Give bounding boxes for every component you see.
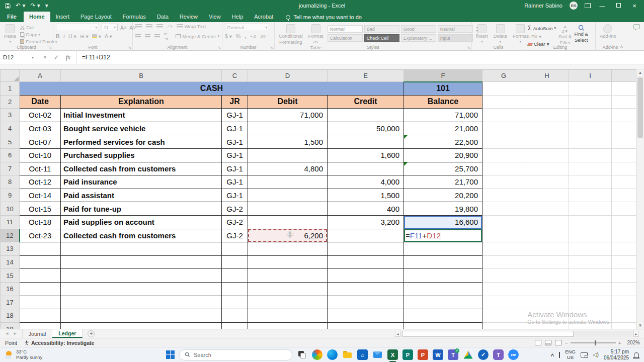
column-header-I[interactable]: I xyxy=(569,70,612,82)
row-header-12[interactable]: 12 xyxy=(1,229,20,242)
cell-G2[interactable] xyxy=(482,95,525,109)
zoom-in-icon[interactable]: + xyxy=(618,340,621,346)
row-header-13[interactable]: 13 xyxy=(1,242,20,256)
enter-formula-icon[interactable]: ✓ xyxy=(54,54,59,61)
autosum-button[interactable]: ΣAutoSum ▾ xyxy=(528,25,556,32)
cell-G18[interactable] xyxy=(482,309,525,323)
cell-D13[interactable] xyxy=(248,242,328,256)
hscroll-right-icon[interactable]: ► xyxy=(633,331,639,337)
cell-B10[interactable]: Paid for tune-up xyxy=(61,202,222,216)
row-header-15[interactable]: 15 xyxy=(1,269,20,283)
ribbon-tab-formulas[interactable]: Formulas xyxy=(117,12,151,22)
zoom-out-icon[interactable]: − xyxy=(565,340,568,346)
cell-H5[interactable] xyxy=(525,135,569,149)
increase-decimal-icon[interactable]: +.0 xyxy=(250,34,256,39)
mail-icon[interactable] xyxy=(372,349,383,360)
hscroll-left-icon[interactable]: ◄ xyxy=(395,331,400,337)
row-header-7[interactable]: 7 xyxy=(1,162,20,175)
cell-C14[interactable] xyxy=(222,255,248,269)
cell-J8[interactable] xyxy=(612,175,636,189)
horizontal-scrollbar[interactable]: ◄ ► xyxy=(395,330,639,337)
sheet-nav-right-icon[interactable]: ► xyxy=(13,331,17,336)
align-center-icon[interactable] xyxy=(145,34,150,39)
clock[interactable]: 5:17 pm06/04/2025 xyxy=(604,349,629,361)
cell-F12-formula[interactable]: =F11+D12 xyxy=(404,229,482,242)
cell-I13[interactable] xyxy=(569,242,612,256)
cell-B17[interactable] xyxy=(61,296,222,309)
cell-C19[interactable] xyxy=(222,322,248,329)
cell-J7[interactable] xyxy=(612,162,636,175)
language-indicator[interactable]: ENGUS xyxy=(565,349,576,360)
customize-qat-icon[interactable]: ▾ xyxy=(45,3,48,9)
cell-E12[interactable] xyxy=(328,229,404,242)
cell-E16[interactable] xyxy=(328,282,404,296)
cell-B16[interactable] xyxy=(61,282,222,296)
cell-A12[interactable]: Oct-23 xyxy=(20,229,61,242)
cell-F9[interactable]: 20,200 xyxy=(404,189,482,202)
cell-C3[interactable]: GJ-1 xyxy=(222,109,248,122)
column-header-C[interactable]: C xyxy=(222,70,248,82)
cell-E11[interactable]: 3,200 xyxy=(328,215,404,229)
edge-icon[interactable] xyxy=(327,349,338,360)
cell-B5[interactable]: Performed services for cash xyxy=(61,135,222,149)
cell-J14[interactable] xyxy=(612,255,636,269)
cell-A16[interactable] xyxy=(20,282,61,296)
underline-button[interactable]: U ▾ xyxy=(68,33,76,39)
cell-E5[interactable] xyxy=(328,135,404,149)
conditional-formatting-button[interactable]: Conditional Formatting xyxy=(277,24,304,46)
cell-D11[interactable] xyxy=(248,215,328,229)
cell-G11[interactable] xyxy=(482,215,525,229)
align-left-icon[interactable] xyxy=(135,34,141,39)
cell-F11[interactable]: 16,600 xyxy=(404,215,482,229)
cell-D7[interactable]: 4,800 xyxy=(248,162,328,175)
cell-F19[interactable] xyxy=(404,322,482,329)
paste-button[interactable]: Paste ▾ xyxy=(3,24,18,44)
format-painter-button[interactable]: Format Painter xyxy=(20,39,57,44)
cell-D18[interactable] xyxy=(248,309,328,323)
align-bottom-icon[interactable] xyxy=(156,24,163,29)
cell-F18[interactable] xyxy=(404,309,482,323)
cell-I14[interactable] xyxy=(569,255,612,269)
cell-I15[interactable] xyxy=(569,269,612,283)
cell-I6[interactable] xyxy=(569,148,612,162)
cell-style-neutral[interactable]: Neutral xyxy=(438,25,473,33)
cell-G3[interactable] xyxy=(482,109,525,122)
cell-title-cash[interactable]: CASH xyxy=(20,82,404,96)
sort-filter-button[interactable]: AZ▼Sort &Filter xyxy=(558,25,572,46)
cell-G7[interactable] xyxy=(482,162,525,175)
cell-style-check-cell[interactable]: Check Cell xyxy=(364,34,399,42)
column-header-H[interactable]: H xyxy=(525,70,569,82)
cell-D9[interactable] xyxy=(248,189,328,202)
number-dialog-launcher-icon[interactable]: ↘ xyxy=(270,45,273,50)
cell-H19[interactable] xyxy=(525,322,569,329)
notification-bell-icon[interactable] xyxy=(634,352,639,357)
font-name-combo[interactable]: ▾ xyxy=(56,24,99,31)
cell-H14[interactable] xyxy=(525,255,569,269)
cell-header-credit[interactable]: Credit xyxy=(328,95,404,109)
cell-I5[interactable] xyxy=(569,135,612,149)
comments-icon[interactable] xyxy=(633,24,640,29)
cell-style-explanatory-[interactable]: Explanatory ... xyxy=(401,34,436,42)
cell-C18[interactable] xyxy=(222,309,248,323)
cell-A18[interactable] xyxy=(20,309,61,323)
cell-C11[interactable]: GJ-2 xyxy=(222,215,248,229)
insert-cells-button[interactable]: Insert▾ xyxy=(474,24,490,44)
cell-F15[interactable] xyxy=(404,269,482,283)
cell-A11[interactable]: Oct-18 xyxy=(20,215,61,229)
cell-J1[interactable] xyxy=(612,82,636,96)
cell-I9[interactable] xyxy=(569,189,612,202)
increase-font-icon[interactable]: A˄ xyxy=(120,25,127,31)
cell-H3[interactable] xyxy=(525,109,569,122)
cell-A7[interactable]: Oct-11 xyxy=(20,162,61,175)
cell-G9[interactable] xyxy=(482,189,525,202)
undo-icon[interactable]: ↶ ▾ xyxy=(16,3,25,9)
cell-H12[interactable] xyxy=(525,229,569,242)
cell-E10[interactable]: 400 xyxy=(328,202,404,216)
cell-D8[interactable] xyxy=(248,175,328,189)
row-header-4[interactable]: 4 xyxy=(1,122,20,135)
cell-F5[interactable]: 22,500 xyxy=(404,135,482,149)
cell-C5[interactable]: GJ-1 xyxy=(222,135,248,149)
cell-J15[interactable] xyxy=(612,269,636,283)
close-button[interactable]: × xyxy=(630,2,639,10)
cell-C16[interactable] xyxy=(222,282,248,296)
